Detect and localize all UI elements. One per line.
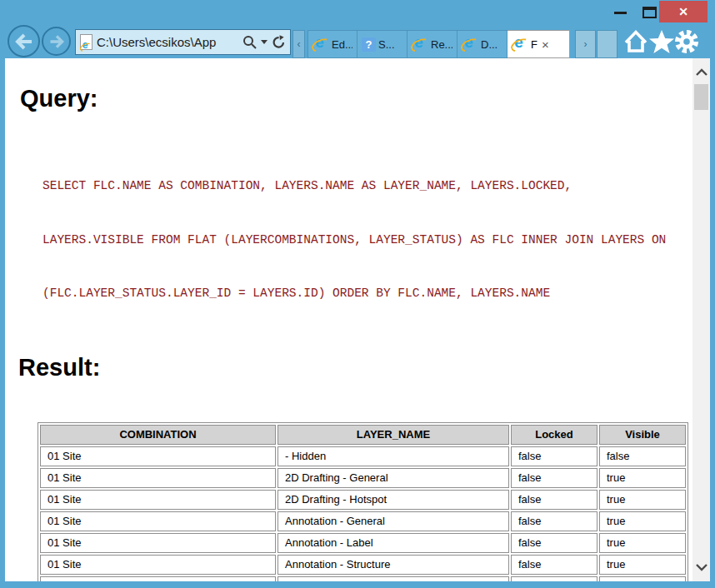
result-table: COMBINATION LAYER_NAME Locked Visible 01… [38, 422, 688, 582]
tab-label: Ed... [332, 38, 352, 51]
search-icon[interactable] [242, 35, 257, 49]
tab-strip: Ed... ? S... Re... D... F × [308, 30, 570, 58]
forward-button[interactable] [42, 27, 71, 56]
table-cell: false [511, 533, 598, 553]
table-row: 01 Site2D Drafting - Generalfalsetrue [40, 468, 686, 488]
ie-logo-icon [313, 37, 329, 52]
scrollbar-thumb[interactable] [694, 84, 708, 110]
address-dropdown-icon[interactable] [261, 40, 268, 44]
back-arrow-icon [14, 32, 34, 52]
table-cell: 2D Drafting - General [278, 468, 509, 488]
table-cell: false [511, 555, 598, 575]
table-cell: Annotation - Label [278, 533, 509, 553]
sql-query-text: SELECT FLC.NAME AS COMBINATION, LAYERS.N… [42, 142, 692, 339]
tab-2[interactable]: ? S... [358, 30, 408, 58]
minimize-icon[interactable] [614, 12, 627, 14]
table-cell: true [599, 533, 686, 553]
ie-logo-icon [412, 37, 428, 52]
browser-toolbar: C:\Users\ecsikos\App ‹ Ed... ? S... [5, 25, 710, 58]
tab-1[interactable]: Ed... [308, 30, 358, 58]
sql-line: LAYERS.VISIBLE FROM FLAT (LAYERCOMBINATI… [42, 232, 692, 250]
table-cell: Annotation - General [278, 511, 509, 531]
table-cell: false [511, 490, 598, 510]
tab-label: S... [378, 38, 395, 51]
tab-scroll-left-icon[interactable]: ‹ [292, 30, 305, 58]
table-cell: 01 Site [40, 576, 276, 582]
close-button[interactable]: ✕ [659, 1, 708, 22]
tab-4[interactable]: D... [458, 30, 508, 58]
tab-scroll-right-icon[interactable]: › [575, 30, 596, 58]
table-cell: 01 Site [40, 555, 276, 575]
new-tab-area[interactable] [597, 30, 618, 58]
table-cell: false [511, 576, 598, 582]
result-table-body: 01 Site- Hiddenfalsefalse01 Site2D Draft… [40, 446, 686, 582]
maximize-icon[interactable] [642, 7, 657, 18]
table-row: 01 SiteAnnotation - Textfalsetrue [40, 576, 686, 582]
table-cell: true [599, 511, 686, 531]
address-url[interactable]: C:\Users\ecsikos\App [97, 35, 238, 49]
home-icon[interactable] [622, 28, 649, 55]
ie-logo-icon [462, 37, 478, 52]
table-cell: 01 Site [40, 446, 276, 466]
title-bar[interactable]: ✕ [0, 0, 715, 25]
tab-label: Re... [431, 38, 452, 51]
table-cell: 01 Site [40, 511, 276, 531]
table-row: 01 SiteAnnotation - Labelfalsetrue [40, 533, 686, 553]
scroll-up-icon[interactable] [692, 63, 710, 82]
tab-label: F [531, 38, 538, 51]
table-cell: Annotation - Structure [278, 555, 509, 575]
table-cell: false [599, 446, 686, 466]
table-cell: - Hidden [278, 446, 509, 466]
table-cell: Annotation - Text [278, 576, 509, 582]
table-cell: 01 Site [40, 468, 276, 488]
close-icon: ✕ [678, 5, 688, 18]
column-header-locked: Locked [511, 425, 598, 445]
table-row: 01 SiteAnnotation - Structurefalsetrue [40, 555, 686, 575]
p-favicon-icon: ? [362, 37, 376, 52]
forward-arrow-icon [48, 33, 65, 50]
ie-logo-icon [512, 37, 528, 52]
browser-window: ✕ C:\Users\ecsikos\App [0, 0, 715, 588]
page-favicon-icon [80, 34, 92, 50]
tab-5-active[interactable]: F × [508, 30, 570, 58]
settings-gear-icon[interactable] [673, 28, 700, 55]
table-cell: 01 Site [40, 533, 276, 553]
table-cell: 2D Drafting - Hotspot [278, 490, 509, 510]
ie-logo-icon [81, 42, 91, 52]
tab-close-icon[interactable]: × [542, 37, 549, 52]
table-cell: false [511, 446, 598, 466]
address-bar[interactable]: C:\Users\ecsikos\App [75, 29, 291, 55]
table-row: 01 SiteAnnotation - Generalfalsetrue [40, 511, 686, 531]
table-row: 01 Site2D Drafting - Hotspotfalsetrue [40, 490, 686, 510]
page-content: Query: SELECT FLC.NAME AS COMBINATION, L… [5, 58, 692, 581]
column-header-combination: COMBINATION [40, 425, 276, 445]
table-cell: false [511, 468, 598, 488]
table-cell: 01 Site [40, 490, 276, 510]
vertical-scrollbar[interactable] [692, 58, 710, 581]
favorites-star-icon[interactable] [648, 28, 675, 55]
table-cell: true [599, 576, 686, 582]
table-header-row: COMBINATION LAYER_NAME Locked Visible [40, 425, 686, 445]
back-button[interactable] [8, 25, 40, 57]
result-heading: Result: [18, 355, 692, 380]
tab-label: D... [481, 38, 498, 51]
sql-line: SELECT FLC.NAME AS COMBINATION, LAYERS.N… [42, 177, 692, 196]
table-row: 01 Site- Hiddenfalsefalse [40, 446, 686, 466]
tab-3[interactable]: Re... [408, 30, 458, 58]
sql-line: (FLC.LAYER_STATUS.LAYER_ID = LAYERS.ID) … [42, 285, 692, 303]
column-header-layer-name: LAYER_NAME [278, 425, 509, 445]
refresh-icon[interactable] [272, 35, 286, 49]
table-cell: false [511, 511, 598, 531]
table-cell: true [599, 490, 686, 510]
scroll-down-icon[interactable] [692, 558, 710, 576]
table-cell: true [599, 468, 686, 488]
query-heading: Query: [20, 86, 692, 111]
table-cell: true [599, 555, 686, 575]
column-header-visible: Visible [599, 425, 686, 445]
